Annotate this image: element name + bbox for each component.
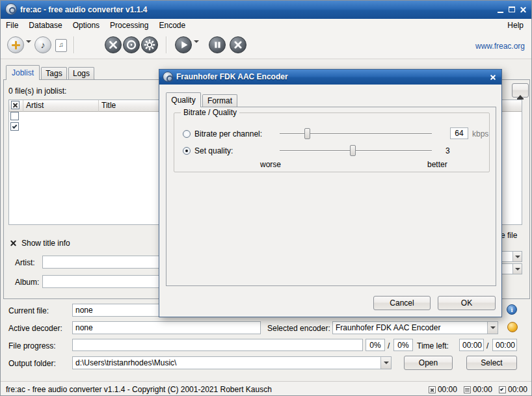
gear-icon: [142, 36, 157, 53]
statusbar-times: 00:00 00:00 00:00: [429, 385, 527, 394]
tab-tags[interactable]: Tags: [41, 67, 67, 79]
maximize-button[interactable]: [507, 5, 516, 14]
show-title-info-label[interactable]: Show title info: [21, 239, 70, 248]
disc-icon: [124, 36, 139, 53]
statusbar-time-2: 00:00: [473, 385, 492, 394]
chevron-down-icon: [384, 362, 389, 364]
dialog-titlebar[interactable]: Fraunhofer FDK AAC Encoder: [159, 70, 501, 85]
statusbar-time-1: 00:00: [438, 385, 457, 394]
settings-button[interactable]: [141, 36, 158, 53]
close-icon: [520, 6, 527, 13]
add-files-menu-arrow[interactable]: [26, 43, 31, 52]
bitrate-unit-label: kbps: [472, 129, 488, 139]
menu-item-database[interactable]: Database: [23, 19, 67, 33]
stop-icon: [230, 36, 246, 53]
select-none-checkbox[interactable]: [10, 112, 19, 120]
current-file-label: Current file:: [8, 306, 49, 316]
website-link[interactable]: www.freac.org: [475, 42, 525, 51]
add-files-button[interactable]: [7, 36, 24, 53]
header-select-checkbox[interactable]: [11, 101, 20, 109]
check-box-icon: [499, 386, 506, 393]
tab-format[interactable]: Format: [202, 94, 237, 107]
encoder-config-dialog: Fraunhofer FDK AAC Encoder Quality Forma…: [159, 69, 502, 317]
start-encoding-button[interactable]: [175, 36, 192, 53]
bitrate-slider-track[interactable]: [280, 133, 432, 135]
quality-label: Set quality:: [194, 146, 233, 156]
bitrate-label: Bitrate per channel:: [194, 129, 262, 139]
chevron-down-icon: [26, 40, 31, 52]
hidden-field-dropdown-fragment-1[interactable]: [501, 251, 522, 262]
encoder-select[interactable]: Fraunhofer FDK AAC Encoder: [332, 321, 498, 334]
slash-separator: /: [388, 341, 390, 351]
menu-item-options[interactable]: Options: [68, 19, 105, 33]
dialog-title: Fraunhofer FDK AAC Encoder: [176, 72, 288, 81]
combo-arrow[interactable]: [487, 322, 498, 334]
bitrate-value-field[interactable]: 64: [450, 127, 468, 139]
chevron-down-icon: [194, 40, 199, 52]
cd-database-button[interactable]: [123, 36, 140, 53]
menu-item-help[interactable]: Help: [502, 19, 529, 33]
stop-encoding-button[interactable]: [230, 36, 246, 53]
select-all-checkbox[interactable]: [10, 122, 19, 131]
freac-window: fre:ac - free audio converter v1.1.4 Fil…: [0, 0, 532, 396]
eject-icon: [512, 86, 528, 99]
chevron-down-icon: [490, 326, 496, 329]
add-cd-contents-button[interactable]: [34, 36, 51, 53]
worse-label: worse: [260, 160, 281, 170]
manage-database-button[interactable]: [105, 36, 122, 53]
eject-button[interactable]: [512, 83, 529, 98]
open-button[interactable]: Open: [404, 356, 453, 370]
active-decoder-value: none: [72, 321, 261, 334]
close-button[interactable]: [518, 5, 528, 14]
close-icon: [490, 73, 496, 80]
tip-icon[interactable]: [507, 322, 518, 332]
encoder-select-value: Fraunhofer FDK AAC Encoder: [336, 323, 440, 332]
info-icon[interactable]: [507, 304, 517, 315]
quality-slider-thumb[interactable]: [350, 145, 356, 156]
open-audio-file-button[interactable]: [55, 39, 67, 52]
minimize-button[interactable]: [496, 5, 505, 14]
output-folder-label: Output folder:: [8, 359, 56, 369]
time-left-label: Time left:: [417, 341, 449, 351]
show-title-info-toggle[interactable]: [10, 239, 17, 246]
bitrate-radio[interactable]: [183, 130, 191, 138]
statusbar: fre:ac - free audio converter v1.1.4 - C…: [1, 381, 531, 396]
statusbar-text: fre:ac - free audio converter v1.1.4 - C…: [6, 385, 272, 395]
artist-label: Artist:: [15, 258, 35, 268]
quality-value-label: 3: [446, 146, 450, 156]
selected-encoder-label: Selected encoder:: [267, 324, 330, 334]
hidden-field-dropdown-fragment-2[interactable]: [501, 263, 522, 274]
tab-joblist[interactable]: Joblist: [6, 65, 40, 80]
ok-button[interactable]: OK: [438, 296, 496, 310]
menu-item-processing[interactable]: Processing: [105, 19, 153, 33]
quality-radio[interactable]: [183, 147, 191, 155]
menu-item-encode[interactable]: Encode: [153, 19, 191, 33]
combo-arrow[interactable]: [512, 264, 522, 274]
combo-arrow[interactable]: [380, 357, 391, 369]
minimize-icon: [498, 12, 503, 13]
x-mark-icon: [12, 102, 18, 108]
file-progress-bar: [72, 339, 363, 351]
tab-quality[interactable]: Quality: [166, 92, 201, 107]
menubar: FileDatabaseOptionsProcessingEncode Help: [1, 19, 531, 33]
menu-item-file[interactable]: File: [1, 19, 23, 33]
cancel-button[interactable]: Cancel: [373, 296, 431, 310]
toolbar-separator: [73, 36, 74, 53]
select-button[interactable]: Select: [466, 356, 517, 370]
window-titlebar[interactable]: fre:ac - free audio converter v1.1.4: [1, 1, 531, 19]
encoding-options-arrow[interactable]: [194, 43, 199, 52]
quality-slider-track[interactable]: [280, 150, 432, 152]
output-folder-select[interactable]: d:\Users\tristanrhodes\Music\: [72, 356, 392, 369]
time-left-value: 00:00: [459, 339, 484, 351]
dialog-close-button[interactable]: [489, 73, 498, 81]
list-box-icon: [464, 386, 471, 393]
toolbar-separator: [166, 36, 166, 53]
chevron-down-icon: [515, 268, 520, 271]
better-label: better: [427, 160, 447, 170]
column-header-artist[interactable]: Artist: [23, 100, 99, 112]
pause-icon: [209, 36, 225, 53]
tab-logs[interactable]: Logs: [68, 67, 94, 79]
pause-encoding-button[interactable]: [209, 36, 226, 53]
bitrate-slider-thumb[interactable]: [304, 128, 310, 139]
combo-arrow[interactable]: [512, 252, 522, 261]
